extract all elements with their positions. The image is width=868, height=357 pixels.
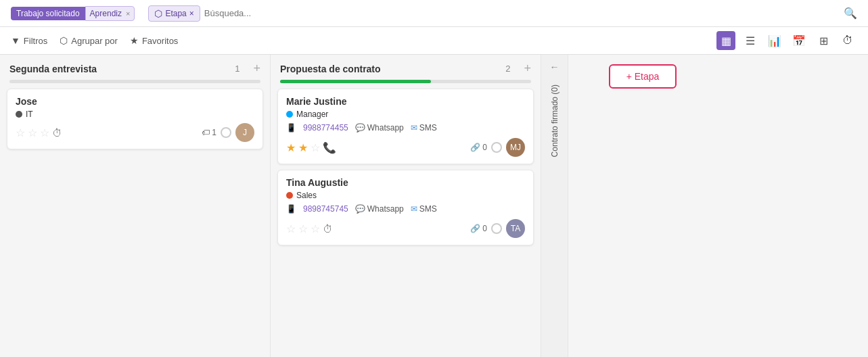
link-count-tina: 0 (482, 224, 487, 233)
view-chart-button[interactable]: 📊 (765, 31, 784, 50)
search-icon-button[interactable]: 🔍 (844, 7, 857, 20)
sms-link-tina[interactable]: ✉ SMS (411, 204, 437, 214)
filtros-label: Filtros (24, 36, 47, 46)
phone-green-marie[interactable]: 📞 (323, 141, 336, 154)
view-pivot-button[interactable]: ⊞ (814, 31, 833, 50)
card-footer-left-marie: ★ ★ ☆ 📞 (286, 141, 336, 154)
tag-icon-jose: 🏷 (202, 128, 210, 137)
toolbar-left: ▼ Filtros ⬡ Agrupar por ★ Favoritos (11, 35, 178, 46)
card-title-marie: Marie Justine (286, 96, 525, 107)
phone-num-tina[interactable]: 9898745745 (303, 204, 348, 214)
whatsapp-label-marie: Whatsapp (367, 123, 404, 133)
view-calendar-button[interactable]: 📅 (790, 31, 808, 50)
add-card-segunda-entrevista[interactable]: + (253, 62, 260, 76)
sms-link-marie[interactable]: ✉ SMS (411, 123, 437, 133)
avatar-initials-tina: TA (511, 224, 520, 233)
card-footer-tina: ☆ ☆ ☆ ⏱ 🔗 0 TA (286, 219, 525, 238)
col-contrato-firmado[interactable]: ← Contrato firmado (0) (541, 55, 568, 357)
filter-tag-etapa[interactable]: ⬡ Etapa × (148, 5, 200, 22)
col-segunda-entrevista: Segunda entrevista 1 + Jose IT ☆ ☆ ☆ ⏱ (0, 55, 271, 357)
star-3-jose[interactable]: ☆ (40, 126, 49, 139)
filter-tag-trabajo: Trabajo solicitado (11, 7, 85, 20)
agrupar-button[interactable]: ⬡ Agrupar por (60, 35, 118, 46)
top-bar: Trabajo solicitado Aprendiz × ⬡ Etapa × … (0, 0, 868, 27)
avatar-marie: MJ (506, 138, 525, 157)
filter-tag-value-aprendiz[interactable]: Aprendiz × (85, 6, 135, 21)
card-footer-right-marie: 🔗 0 MJ (470, 138, 525, 157)
card-role-tina: Sales (286, 191, 525, 200)
tag-count-jose: 1 (212, 128, 216, 137)
filter-icon: ▼ (11, 35, 20, 46)
collapsed-arrow[interactable]: ← (550, 62, 559, 72)
filter-aprendiz-label: Aprendiz (90, 9, 122, 18)
phone-icon-marie: 📱 (286, 123, 296, 133)
radio-marie[interactable] (491, 142, 502, 153)
col-header-propuesta-contrato: Propuesta de contrato 2 + (271, 55, 541, 80)
card-title-tina: Tina Augustie (286, 177, 525, 188)
role-label-tina: Sales (296, 191, 317, 200)
card-footer-jose: ☆ ☆ ☆ ⏱ 🏷 1 J (16, 123, 254, 142)
role-dot-tina (286, 192, 293, 199)
layers-icon: ⬡ (154, 8, 162, 19)
add-stage-button[interactable]: + Etapa (609, 64, 677, 89)
card-footer-marie: ★ ★ ☆ 📞 🔗 0 MJ (286, 138, 525, 157)
sms-icon-tina: ✉ (411, 204, 417, 214)
filtros-button[interactable]: ▼ Filtros (11, 35, 47, 46)
avatar-jose: J (235, 123, 254, 142)
toolbar: ▼ Filtros ⬡ Agrupar por ★ Favoritos ▦ ☰ … (0, 27, 868, 55)
card-contact-marie: 📱 9988774455 💬 Whatsapp ✉ SMS (286, 123, 525, 133)
card-footer-left-tina: ☆ ☆ ☆ ⏱ (286, 222, 333, 235)
phone-num-marie[interactable]: 9988774455 (303, 123, 348, 133)
star-2-marie[interactable]: ★ (298, 141, 308, 154)
add-card-propuesta-contrato[interactable]: + (524, 62, 531, 76)
star-2-jose[interactable]: ☆ (28, 126, 37, 139)
col-propuesta-contrato: Propuesta de contrato 2 + Marie Justine … (271, 55, 541, 357)
card-jose[interactable]: Jose IT ☆ ☆ ☆ ⏱ 🏷 1 (7, 89, 263, 149)
whatsapp-link-marie[interactable]: 💬 Whatsapp (355, 123, 404, 133)
avatar-tina: TA (506, 219, 525, 238)
collapsed-label-contrato-firmado[interactable]: Contrato firmado (0) (550, 80, 559, 161)
whatsapp-icon-marie: 💬 (355, 123, 365, 133)
star-3-tina[interactable]: ☆ (311, 222, 320, 235)
col-title-propuesta-contrato: Propuesta de contrato (280, 64, 381, 74)
col-count-segunda-entrevista: 1 (235, 64, 239, 74)
whatsapp-link-tina[interactable]: 💬 Whatsapp (355, 204, 404, 214)
link-icon-tina: 🔗 (470, 224, 480, 233)
phone-icon-tina: 📱 (286, 204, 296, 214)
col-title-segunda-entrevista: Segunda entrevista (9, 64, 97, 74)
view-list-button[interactable]: ☰ (741, 31, 760, 50)
kanban-board: Segunda entrevista 1 + Jose IT ☆ ☆ ☆ ⏱ (0, 55, 868, 357)
progress-bar-propuesta-contrato (280, 80, 531, 83)
toolbar-right: ▦ ☰ 📊 📅 ⊞ ⏱ (716, 31, 857, 50)
clock-icon-jose[interactable]: ⏱ (52, 127, 62, 139)
view-kanban-button[interactable]: ▦ (716, 31, 735, 50)
col-header-segunda-entrevista: Segunda entrevista 1 + (0, 55, 270, 80)
card-marie[interactable]: Marie Justine Manager 📱 9988774455 💬 Wha… (277, 89, 534, 164)
star-1-jose[interactable]: ☆ (16, 126, 25, 139)
avatar-initials-marie: MJ (510, 143, 521, 152)
card-role-jose: IT (16, 110, 254, 119)
favoritos-button[interactable]: ★ Favoritos (130, 35, 178, 46)
whatsapp-icon-tina: 💬 (355, 204, 365, 214)
card-tina[interactable]: Tina Augustie Sales 📱 9898745745 💬 Whats… (277, 170, 534, 245)
card-contact-tina: 📱 9898745745 💬 Whatsapp ✉ SMS (286, 204, 525, 214)
link-count-marie: 0 (482, 143, 487, 152)
radio-tina[interactable] (491, 223, 502, 234)
role-label-marie: Manager (296, 110, 328, 119)
star-1-tina[interactable]: ☆ (286, 222, 296, 235)
filter-etapa-close[interactable]: × (189, 9, 194, 18)
link-badge-marie: 🔗 0 (470, 143, 487, 152)
card-title-jose: Jose (16, 96, 254, 107)
star-1-marie[interactable]: ★ (286, 141, 296, 154)
group-icon: ⬡ (60, 35, 68, 46)
radio-jose[interactable] (221, 127, 231, 138)
card-footer-left-jose: ☆ ☆ ☆ ⏱ (16, 126, 62, 139)
star-2-tina[interactable]: ☆ (298, 222, 308, 235)
star-3-marie[interactable]: ☆ (311, 141, 320, 154)
role-dot-marie (286, 111, 293, 118)
clock-icon-tina[interactable]: ⏱ (323, 223, 333, 235)
filter-etapa-label: Etapa (165, 9, 186, 18)
search-input[interactable] (204, 8, 838, 18)
filter-aprendiz-close[interactable]: × (126, 9, 130, 18)
view-clock-button[interactable]: ⏱ (838, 31, 857, 50)
